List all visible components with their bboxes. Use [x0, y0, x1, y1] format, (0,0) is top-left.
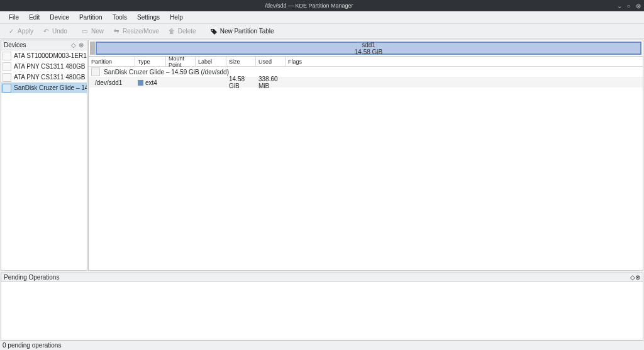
new-icon: ▭ — [81, 28, 89, 35]
unallocated-block[interactable] — [90, 42, 95, 55]
new-label: New — [91, 28, 104, 35]
undo-icon: ↶ — [42, 28, 50, 35]
new-partition-table-button[interactable]: New Partition Table — [206, 26, 278, 37]
device-label: ATA PNY CS1311 480GB – 447.13 GiB (/... — [14, 63, 87, 70]
detach-icon[interactable]: ◇ — [630, 274, 635, 281]
menu-partition[interactable]: Partition — [74, 13, 108, 22]
resize-icon: ⇆ — [113, 28, 120, 35]
menu-device[interactable]: Device — [45, 13, 74, 22]
partition-block-name: sdd1 — [362, 42, 375, 48]
partition-block[interactable]: sdd1 14.58 GiB — [96, 42, 641, 55]
drive-icon — [3, 84, 11, 93]
status-text: 0 pending operations — [3, 342, 61, 349]
main-area: Devices ◇ ⊗ ATA ST1000DM003-1ER1 – 931.5… — [0, 39, 644, 271]
device-item[interactable]: ATA PNY CS1311 480GB – 447.13 GiB (/... — [1, 72, 87, 82]
devices-panel-header: Devices ◇ ⊗ — [1, 40, 87, 50]
menu-help[interactable]: Help — [165, 13, 188, 22]
menubar: File Edit Device Partition Tools Setting… — [0, 11, 644, 24]
drive-icon — [91, 67, 100, 76]
device-item[interactable]: ATA PNY CS1311 480GB – 447.13 GiB (/... — [1, 61, 87, 72]
tag-icon — [210, 28, 218, 35]
detach-icon[interactable]: ◇ — [70, 42, 77, 48]
pending-operations-panel: Pending Operations ◇ ⊗ — [1, 273, 643, 341]
resize-label: Resize/Move — [123, 28, 159, 35]
col-partition[interactable]: Partition — [89, 57, 135, 66]
partition-group-label: SanDisk Cruzer Glide – 14.59 GiB (/dev/s… — [104, 69, 229, 76]
pending-operations-header: Pending Operations ◇ ⊗ — [1, 273, 643, 282]
devices-list: ATA ST1000DM003-1ER1 – 931.51 GiB (... A… — [1, 50, 87, 270]
resize-button[interactable]: ⇆Resize/Move — [109, 26, 163, 37]
partition-group-row[interactable]: SanDisk Cruzer Glide – 14.59 GiB (/dev/s… — [89, 67, 643, 77]
close-panel-icon[interactable]: ⊗ — [78, 42, 84, 48]
devices-panel: Devices ◇ ⊗ ATA ST1000DM003-1ER1 – 931.5… — [1, 40, 87, 271]
device-label: ATA ST1000DM003-1ER1 – 931.51 GiB (... — [14, 52, 87, 59]
menu-edit[interactable]: Edit — [24, 13, 45, 22]
device-label: SanDisk Cruzer Glide – 14.59 GiB (/dev..… — [14, 84, 87, 91]
drive-icon — [3, 62, 11, 71]
col-flags[interactable]: Flags — [286, 57, 643, 66]
delete-label: Delete — [178, 28, 196, 35]
toolbar: ✓Apply ↶Undo ▭New ⇆Resize/Move 🗑Delete N… — [0, 24, 644, 39]
menu-settings[interactable]: Settings — [132, 13, 165, 22]
devices-title: Devices — [4, 42, 26, 48]
svg-point-0 — [211, 30, 213, 31]
col-label[interactable]: Label — [196, 57, 226, 66]
device-item-selected[interactable]: SanDisk Cruzer Glide – 14.59 GiB (/dev..… — [1, 82, 87, 93]
apply-button[interactable]: ✓Apply — [4, 26, 37, 37]
content-area: sdd1 14.58 GiB Partition Type Mount Poin… — [88, 40, 643, 271]
check-icon: ✓ — [8, 28, 15, 35]
undo-label: Undo — [52, 28, 67, 35]
statusbar: 0 pending operations — [0, 341, 644, 349]
drive-icon — [3, 73, 11, 82]
cell-size: 14.58 GiB — [229, 76, 253, 89]
col-mount[interactable]: Mount Point — [166, 57, 196, 66]
minimize-icon[interactable]: ⌄ — [616, 3, 623, 9]
pending-operations-title: Pending Operations — [4, 274, 59, 281]
menu-tools[interactable]: Tools — [108, 13, 132, 22]
menu-file[interactable]: File — [4, 13, 24, 22]
trash-icon: 🗑 — [168, 28, 175, 35]
undo-button[interactable]: ↶Undo — [38, 26, 71, 37]
maximize-icon[interactable]: ○ — [625, 3, 632, 9]
device-item[interactable]: ATA ST1000DM003-1ER1 – 931.51 GiB (... — [1, 50, 87, 61]
new-button[interactable]: ▭New — [77, 26, 108, 37]
device-label: ATA PNY CS1311 480GB – 447.13 GiB (/... — [14, 74, 87, 81]
fs-type-icon — [138, 80, 143, 86]
close-panel-icon[interactable]: ⊗ — [635, 274, 640, 281]
partition-row[interactable]: /dev/sdd1 ext4 14.58 GiB 338.60 MiB — [89, 77, 643, 88]
drive-icon — [3, 52, 11, 60]
cell-used: 338.60 MiB — [258, 76, 283, 89]
partition-block-size: 14.58 GiB — [355, 48, 382, 55]
col-type[interactable]: Type — [135, 57, 166, 66]
pending-operations-list — [1, 282, 643, 340]
col-used[interactable]: Used — [256, 57, 286, 66]
cell-partition: /dev/sdd1 — [95, 79, 122, 86]
window-title: /dev/sdd — KDE Partition Manager — [3, 3, 616, 9]
window-titlebar: /dev/sdd — KDE Partition Manager ⌄ ○ ⊗ — [0, 0, 644, 11]
partition-table-header: Partition Type Mount Point Label Size Us… — [89, 57, 643, 67]
col-size[interactable]: Size — [226, 57, 256, 66]
apply-label: Apply — [18, 28, 33, 35]
new-partition-table-label: New Partition Table — [220, 28, 274, 35]
cell-type: ext4 — [145, 79, 157, 86]
delete-button[interactable]: 🗑Delete — [164, 26, 200, 37]
partition-graph[interactable]: sdd1 14.58 GiB — [88, 40, 643, 57]
partition-table: Partition Type Mount Point Label Size Us… — [88, 57, 643, 271]
close-icon[interactable]: ⊗ — [635, 3, 641, 9]
